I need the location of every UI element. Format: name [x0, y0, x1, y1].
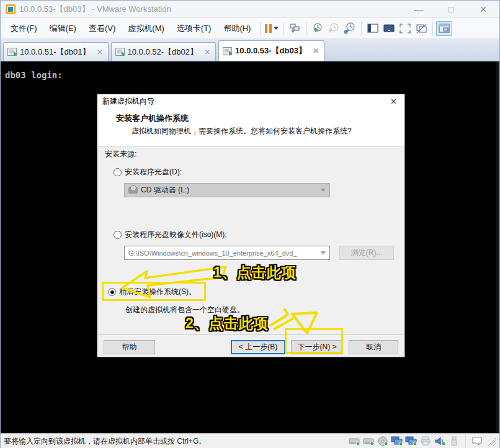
radio-circle-icon[interactable] — [114, 231, 122, 239]
tab-close-icon[interactable]: ✕ — [198, 48, 210, 56]
install-source-label: 安装来源: — [105, 149, 136, 159]
network-adapter-icon[interactable] — [405, 436, 417, 447]
footer-separator — [97, 334, 404, 335]
chevron-down-icon — [321, 251, 326, 254]
radio-installer-disc-label: 安装程序光盘(D): — [125, 167, 182, 177]
toolbar-separator — [283, 22, 283, 35]
menu-bar: 文件(F) 编辑(E) 查看(V) 虚拟机(M) 选项卡(T) 帮助(H) — [1, 18, 499, 39]
statusbar-separator — [465, 434, 466, 448]
printer-icon[interactable] — [419, 436, 432, 447]
close-button[interactable]: ✕ — [467, 1, 499, 17]
take-snapshot-icon[interactable] — [310, 21, 326, 36]
sound-icon[interactable] — [434, 436, 446, 447]
chevron-down-icon — [321, 189, 326, 192]
pause-vm-icon[interactable] — [264, 21, 280, 36]
revert-snapshot-icon[interactable] — [326, 21, 342, 36]
menu-tabs[interactable]: 选项卡(T) — [171, 20, 218, 37]
network-adapter-icon[interactable] — [391, 436, 403, 447]
annotation-step1: 1、点击此项 — [213, 263, 297, 282]
title-bar: 10.0.0.53-【db03】 - VMware Workstation — … — [1, 1, 499, 18]
tab-db03-active[interactable]: 10.0.0.53-【db03】 ✕ — [218, 40, 324, 61]
tab-close-icon[interactable]: ✕ — [90, 48, 102, 56]
status-message: 要将输入定向到该虚拟机，请在虚拟机内部单击或按 Ctrl+G。 — [4, 436, 206, 447]
tab-strip: 10.0.0.51-【db01】 ✕ 10.0.0.52-【db02】 ✕ 10… — [1, 39, 499, 61]
radio-circle-icon[interactable] — [114, 168, 122, 176]
highlight-box-step2 — [285, 328, 343, 354]
cd-drive-value: CD 驱动器 (L:) — [141, 185, 189, 195]
annotation-step2: 2、点击此项 — [185, 314, 269, 333]
resize-grip[interactable] — [488, 437, 496, 446]
highlight-box-step1 — [102, 282, 206, 301]
message-log-icon[interactable] — [471, 436, 483, 447]
tab-label: 10.0.0.51-【db01】 — [20, 47, 90, 58]
vm-tab-icon — [115, 48, 125, 56]
status-bar: 要将输入定向到该虚拟机，请在虚拟机内部单击或按 Ctrl+G。 — [1, 433, 499, 448]
menu-vm[interactable]: 虚拟机(M) — [122, 20, 171, 37]
hard-disk-icon[interactable] — [348, 436, 360, 447]
dialog-title: 新建虚拟机向导 — [102, 96, 154, 107]
fit-guest-icon[interactable] — [397, 21, 413, 36]
menu-help[interactable]: 帮助(H) — [217, 20, 257, 37]
dialog-close-icon[interactable]: ✕ — [388, 97, 400, 106]
fullscreen-icon[interactable] — [381, 21, 397, 36]
vm-screen-edge — [496, 61, 499, 433]
minimize-button[interactable]: — — [403, 1, 435, 17]
tab-label: 10.0.0.52-【db02】 — [128, 47, 198, 58]
maximize-button[interactable]: □ — [435, 1, 467, 17]
menu-view[interactable]: 查看(V) — [83, 20, 122, 37]
tab-close-icon[interactable]: ✕ — [306, 47, 319, 55]
dialog-header: 安装客户机操作系统 虚拟机如同物理机，需要操作系统。您将如何安装客户机操作系统? — [97, 108, 404, 146]
vm-tab-icon — [7, 48, 17, 56]
dialog-title-bar: 新建虚拟机向导 ✕ — [97, 94, 404, 108]
menu-file[interactable]: 文件(F) — [4, 20, 43, 37]
browse-button[interactable]: 浏览(R)... — [339, 246, 394, 260]
tab-db01[interactable]: 10.0.0.51-【db01】 ✕ — [3, 42, 109, 61]
toolbar-separator — [306, 22, 306, 35]
dialog-subheading: 虚拟机如同物理机，需要操作系统。您将如何安装客户机操作系统? — [132, 126, 352, 137]
snapshot-manager-icon[interactable] — [342, 21, 358, 36]
help-button[interactable]: 帮助 — [104, 340, 155, 354]
radio-installer-disc[interactable]: 安装程序光盘(D): — [114, 167, 182, 177]
iso-path-value: G:\ISO\Windows\cn_windows_10_enterprise_… — [128, 249, 297, 257]
tab-label: 10.0.0.53-【db03】 — [235, 45, 306, 56]
tab-db02[interactable]: 10.0.0.52-【db02】 ✕ — [111, 42, 217, 61]
cd-drive-icon — [128, 187, 138, 194]
usb-icon[interactable] — [448, 436, 460, 447]
toolbar-separator — [361, 22, 362, 35]
toolbar-separator — [432, 22, 433, 35]
vm-tab-icon — [223, 47, 232, 55]
radio-iso-image[interactable]: 安装程序光盘映像文件(iso)(M): — [114, 230, 227, 240]
vmware-app-icon — [6, 4, 16, 14]
power-dropdown-icon[interactable] — [274, 27, 279, 30]
send-ctrl-alt-del-icon[interactable] — [287, 21, 303, 36]
menu-edit[interactable]: 编辑(E) — [43, 20, 83, 37]
console-view-icon[interactable] — [365, 21, 381, 36]
unity-icon[interactable] — [413, 21, 429, 36]
radio-iso-image-label: 安装程序光盘映像文件(iso)(M): — [125, 230, 227, 240]
hard-disk-icon[interactable] — [362, 436, 375, 447]
window-title: 10.0.0.53-【db03】 - VMware Workstation — [19, 4, 171, 15]
cancel-button[interactable]: 取消 — [349, 340, 398, 354]
vmware-workstation-window: 10.0.0.53-【db03】 - VMware Workstation — … — [0, 0, 500, 448]
library-panel-icon[interactable] — [436, 21, 452, 36]
cd-drive-dropdown[interactable]: CD 驱动器 (L:) — [124, 183, 330, 197]
iso-path-combobox[interactable]: G:\ISO\Windows\cn_windows_10_enterprise_… — [124, 246, 330, 260]
back-button[interactable]: < 上一步(B) — [231, 340, 285, 354]
dialog-heading: 安装客户机操作系统 — [116, 113, 189, 124]
toolbar-separator — [260, 22, 261, 35]
cd-dvd-icon[interactable] — [377, 436, 389, 447]
console-login-prompt: db03 login: — [5, 70, 63, 80]
